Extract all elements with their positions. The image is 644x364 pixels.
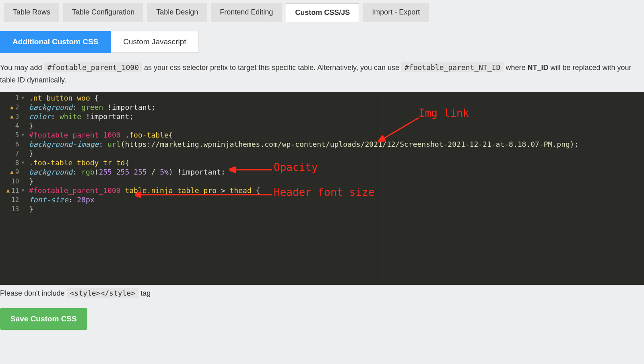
warning-icon: ▲ [6, 186, 10, 195]
footnote-code: <style></style> [67, 288, 139, 298]
fold-icon[interactable]: ▼ [21, 158, 24, 167]
code-line[interactable]: background: rgb(255 255 255 / 5%) !impor… [29, 167, 644, 177]
help-bold: NT_ID [527, 64, 548, 72]
gutter-line: 12 [0, 195, 24, 204]
code-line[interactable]: .nt_button_woo { [29, 93, 644, 103]
editor-gutter: 1▼▲2 ▲3 4 5▼6 7 8▼▲9 10 ▲11▼12 13 [0, 92, 27, 285]
code-line[interactable]: } [29, 177, 644, 186]
editor-ruler [377, 92, 377, 285]
sub-tab-custom-javascript[interactable]: Custom Javascript [111, 31, 198, 53]
tab-table-design[interactable]: Table Design [147, 3, 207, 22]
help-mid: as your css selector prefix to target th… [144, 64, 401, 72]
fold-icon[interactable]: ▼ [21, 186, 24, 195]
gutter-line: 8▼ [0, 158, 24, 167]
fold-icon[interactable]: ▼ [21, 93, 24, 103]
sub-tab-additional-custom-css[interactable]: Additional Custom CSS [0, 31, 111, 53]
fold-icon[interactable]: ▼ [21, 130, 24, 140]
code-line[interactable]: #footable_parent_1000 table.ninja_table_… [29, 186, 644, 195]
code-line[interactable]: .foo-table tbody tr td{ [29, 158, 644, 167]
code-line[interactable]: background-image: url(https://marketing.… [29, 140, 644, 149]
help-post1: where [506, 64, 527, 72]
gutter-line: 10 [0, 177, 24, 186]
gutter-line: ▲9 [0, 167, 24, 177]
gutter-line: ▲3 [0, 112, 24, 121]
warning-icon: ▲ [10, 167, 13, 177]
tab-frontend-editing[interactable]: Frontend Editing [211, 3, 282, 22]
code-line[interactable]: } [29, 149, 644, 158]
gutter-line: 5▼ [0, 130, 24, 140]
help-pre: You may add [0, 64, 44, 72]
footnote: Please don't include <style></style> tag [0, 285, 644, 298]
code-line[interactable]: color: white !important; [29, 112, 644, 121]
tab-table-configuration[interactable]: Table Configuration [63, 3, 143, 22]
footnote-post: tag [140, 289, 151, 297]
gutter-line: 13 [0, 204, 24, 214]
sub-tabs: Additional Custom CSSCustom Javascript [0, 22, 644, 62]
selector-code-2: #footable_parent_NT_ID [401, 62, 504, 72]
selector-code-1: #footable_parent_1000 [44, 62, 142, 72]
gutter-line: 1▼ [0, 93, 24, 103]
help-text: You may add #footable_parent_1000 as you… [0, 62, 644, 92]
css-code-editor[interactable]: 1▼▲2 ▲3 4 5▼6 7 8▼▲9 10 ▲11▼12 13 .nt_bu… [0, 92, 644, 285]
footnote-pre: Please don't include [0, 289, 67, 297]
code-line[interactable]: background: green !important; [29, 103, 644, 112]
gutter-line: 7 [0, 149, 24, 158]
editor-code-area[interactable]: .nt_button_woo {background: green !impor… [27, 92, 644, 285]
gutter-line: 4 [0, 121, 24, 130]
warning-icon: ▲ [10, 103, 13, 112]
code-line[interactable]: } [29, 204, 644, 214]
tab-custom-css-js[interactable]: Custom CSS/JS [286, 3, 359, 22]
code-line[interactable]: font-size: 28px [29, 195, 644, 204]
warning-icon: ▲ [10, 112, 13, 121]
main-tabs: Table RowsTable ConfigurationTable Desig… [0, 0, 644, 22]
tab-table-rows[interactable]: Table Rows [4, 3, 59, 22]
tab-import-export[interactable]: Import - Export [363, 3, 429, 22]
gutter-line: ▲11▼ [0, 186, 24, 195]
gutter-line: ▲2 [0, 103, 24, 112]
gutter-line: 6 [0, 140, 24, 149]
save-button[interactable]: Save Custom CSS [0, 308, 87, 330]
code-line[interactable]: } [29, 121, 644, 130]
code-line[interactable]: #footable_parent_1000 .foo-table{ [29, 130, 644, 140]
